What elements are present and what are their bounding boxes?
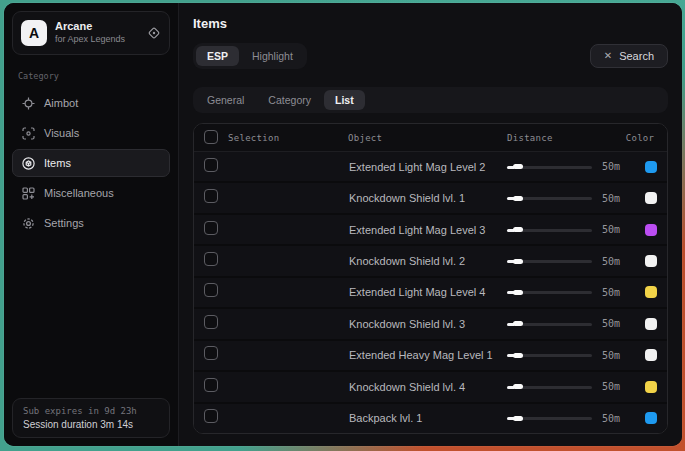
table-row: Backpack lvl. 150m	[194, 404, 667, 433]
row-checkbox[interactable]	[204, 252, 218, 266]
sidebar-item-label: Visuals	[44, 127, 79, 139]
table-header-row: Selection Object Distance Color	[194, 124, 667, 152]
tab-esp[interactable]: ESP	[196, 46, 239, 66]
slider-thumb[interactable]	[513, 227, 523, 232]
tab-highlight[interactable]: Highlight	[241, 46, 304, 66]
object-name: Extended Light Mag Level 3	[348, 224, 503, 236]
object-name: Backpack lvl. 1	[348, 412, 503, 424]
table-body: Extended Light Mag Level 250mKnockdown S…	[194, 152, 667, 433]
distance-slider[interactable]	[507, 224, 592, 236]
column-header-selection: Selection	[228, 133, 348, 143]
sidebar-item-items[interactable]: Items	[12, 149, 170, 177]
grid-icon	[22, 187, 35, 200]
select-all-checkbox[interactable]	[204, 130, 218, 144]
row-checkbox[interactable]	[204, 158, 218, 172]
slider-thumb[interactable]	[513, 353, 523, 358]
row-checkbox[interactable]	[204, 409, 218, 423]
app-window: A Arcane for Apex Legends Category Aimbo…	[4, 3, 682, 446]
distance-slider[interactable]	[507, 286, 592, 298]
color-swatch[interactable]	[645, 192, 657, 204]
brand-card: A Arcane for Apex Legends	[12, 11, 170, 55]
object-name: Knockdown Shield lvl. 1	[348, 192, 503, 204]
sidebar-item-miscellaneous[interactable]: Miscellaneous	[12, 179, 170, 207]
slider-thumb[interactable]	[513, 416, 523, 421]
slider-thumb[interactable]	[513, 290, 523, 295]
sidebar: A Arcane for Apex Legends Category Aimbo…	[4, 3, 178, 446]
distance-value: 50m	[602, 381, 620, 392]
app-logo: A	[21, 20, 47, 46]
row-checkbox[interactable]	[204, 315, 218, 329]
distance-slider[interactable]	[507, 349, 592, 361]
table-row: Extended Heavy Mag Level 150m	[194, 341, 667, 372]
subscription-card: Sub expires in 9d 23h Session duration 3…	[12, 398, 170, 438]
color-swatch[interactable]	[645, 349, 657, 361]
slider-thumb[interactable]	[513, 164, 523, 169]
column-header-color: Color	[623, 133, 657, 143]
esp-tab-group: ESP Highlight	[193, 43, 307, 69]
color-swatch[interactable]	[645, 381, 657, 393]
package-icon	[22, 157, 35, 170]
slider-thumb[interactable]	[513, 321, 523, 326]
row-checkbox[interactable]	[204, 283, 218, 297]
tab-general[interactable]: General	[196, 90, 255, 110]
session-duration-text: Session duration 3m 14s	[23, 419, 159, 430]
sidebar-nav: Aimbot Visuals Items	[12, 89, 170, 237]
column-header-distance: Distance	[503, 133, 623, 143]
slider-thumb[interactable]	[513, 196, 523, 201]
tab-list[interactable]: List	[324, 90, 365, 110]
color-swatch[interactable]	[645, 286, 657, 298]
main-panel: Items ESP Highlight ✕ Search General Cat…	[178, 3, 682, 446]
row-checkbox[interactable]	[204, 221, 218, 235]
column-header-object: Object	[348, 133, 503, 143]
diamond-icon[interactable]	[147, 26, 161, 40]
color-swatch[interactable]	[645, 318, 657, 330]
sidebar-item-settings[interactable]: Settings	[12, 209, 170, 237]
object-name: Knockdown Shield lvl. 4	[348, 381, 503, 393]
distance-slider[interactable]	[507, 192, 592, 204]
color-swatch[interactable]	[645, 255, 657, 267]
object-name: Knockdown Shield lvl. 2	[348, 255, 503, 267]
distance-value: 50m	[602, 193, 620, 204]
crosshair-icon	[22, 97, 35, 110]
eye-scan-icon	[22, 127, 35, 140]
slider-thumb[interactable]	[513, 384, 523, 389]
sidebar-item-label: Settings	[44, 217, 84, 229]
row-checkbox[interactable]	[204, 346, 218, 360]
distance-value: 50m	[602, 287, 620, 298]
distance-value: 50m	[602, 161, 620, 172]
distance-value: 50m	[602, 318, 620, 329]
search-button-label: Search	[619, 50, 654, 62]
table-row: Knockdown Shield lvl. 350m	[194, 309, 667, 340]
distance-slider[interactable]	[507, 412, 592, 424]
distance-slider[interactable]	[507, 161, 592, 173]
object-name: Extended Heavy Mag Level 1	[348, 349, 503, 361]
color-swatch[interactable]	[645, 224, 657, 236]
sidebar-item-aimbot[interactable]: Aimbot	[12, 89, 170, 117]
color-swatch[interactable]	[645, 412, 657, 424]
distance-slider[interactable]	[507, 381, 592, 393]
distance-value: 50m	[602, 413, 620, 424]
sidebar-item-label: Miscellaneous	[44, 187, 114, 199]
items-table: Selection Object Distance Color Extended…	[193, 123, 668, 434]
table-row: Extended Light Mag Level 250m	[194, 152, 667, 183]
sidebar-item-visuals[interactable]: Visuals	[12, 119, 170, 147]
row-checkbox[interactable]	[204, 189, 218, 203]
app-subtitle: for Apex Legends	[55, 34, 139, 46]
slider-thumb[interactable]	[513, 259, 523, 264]
row-checkbox[interactable]	[204, 378, 218, 392]
view-tab-group: General Category List	[193, 87, 668, 113]
object-name: Extended Light Mag Level 4	[348, 286, 503, 298]
distance-slider[interactable]	[507, 318, 592, 330]
tab-category[interactable]: Category	[257, 90, 322, 110]
sidebar-item-label: Items	[44, 157, 71, 169]
distance-value: 50m	[602, 256, 620, 267]
search-icon: ✕	[604, 51, 612, 61]
table-row: Knockdown Shield lvl. 150m	[194, 183, 667, 214]
distance-slider[interactable]	[507, 255, 592, 267]
search-button[interactable]: ✕ Search	[590, 44, 668, 68]
category-label: Category	[18, 71, 164, 81]
table-row: Knockdown Shield lvl. 450m	[194, 372, 667, 403]
distance-value: 50m	[602, 224, 620, 235]
color-swatch[interactable]	[645, 161, 657, 173]
sidebar-item-label: Aimbot	[44, 97, 78, 109]
